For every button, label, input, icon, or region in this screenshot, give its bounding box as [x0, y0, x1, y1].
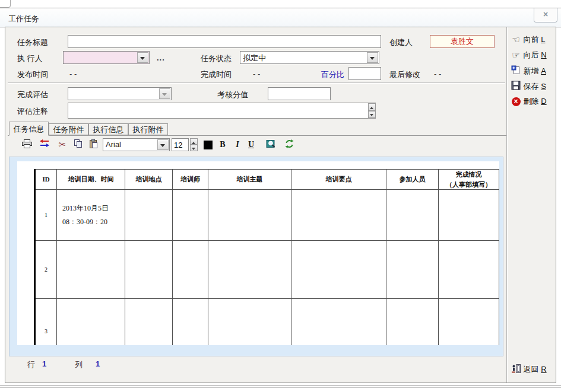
- table-cell[interactable]: [386, 299, 439, 346]
- font-color-icon: [204, 141, 213, 149]
- scroll-up-icon[interactable]: [368, 103, 376, 111]
- size-down-icon[interactable]: [190, 145, 198, 151]
- sidebar-button-delete[interactable]: × 删除 D: [511, 96, 554, 110]
- table-cell[interactable]: [208, 299, 291, 346]
- paste-icon[interactable]: [86, 139, 100, 152]
- table-cell[interactable]: [386, 190, 439, 241]
- scroll-down-icon[interactable]: [368, 111, 376, 119]
- hand-left-icon: ☜: [511, 34, 521, 45]
- row-id-cell[interactable]: 3: [35, 299, 57, 346]
- report-grid-area: ID培训日期、时间培训地点培训师培训主题培训要点参加人员完成情况（人事部填写）1…: [9, 157, 503, 356]
- task-status-combobox[interactable]: 拟定中: [240, 51, 379, 64]
- size-up-icon[interactable]: [190, 138, 198, 145]
- table-cell[interactable]: [57, 299, 125, 346]
- note-scroll-spinner[interactable]: [368, 103, 376, 118]
- table-cell[interactable]: [57, 241, 125, 299]
- sidebar-button-forward[interactable]: ☜ 向前 L: [511, 34, 554, 49]
- eval-combobox[interactable]: [68, 87, 172, 100]
- refresh-icon[interactable]: [282, 139, 296, 152]
- save-icon: [511, 81, 521, 92]
- table-cell[interactable]: [291, 299, 386, 346]
- task-status-label: 任务状态: [201, 53, 232, 64]
- percent-label: 百分比: [321, 69, 344, 80]
- eval-label: 完成评估: [17, 90, 48, 100]
- tab-strip: 任务信息任务附件执行信息执行附件: [8, 122, 506, 136]
- executor-label: 执 行人: [17, 53, 43, 64]
- executor-more-button[interactable]: ...: [157, 53, 165, 62]
- font-size-spinner[interactable]: [190, 138, 198, 151]
- close-icon: ×: [543, 9, 548, 19]
- task-status-dropdown-arrow-icon[interactable]: [367, 52, 378, 63]
- table-cell[interactable]: [125, 299, 173, 346]
- note-input[interactable]: [68, 103, 376, 119]
- table-row: 2: [35, 241, 499, 299]
- table-cell[interactable]: [439, 190, 499, 241]
- training-table: ID培训日期、时间培训地点培训师培训主题培训要点参加人员完成情况（人事部填写）1…: [34, 169, 499, 345]
- swap-arrows-icon[interactable]: [37, 139, 52, 152]
- italic-button[interactable]: I: [232, 139, 243, 151]
- dialog-client-area: 任务标题 创建人 袁胜文 执 行人 ... 任务状态 拟定中 发布时间 - - …: [5, 27, 556, 383]
- table-cell[interactable]: [386, 241, 439, 299]
- underline-button[interactable]: U: [245, 139, 257, 151]
- font-name-combobox[interactable]: Arial: [103, 138, 170, 151]
- table-cell[interactable]: [125, 241, 173, 299]
- table-cell[interactable]: [439, 299, 499, 346]
- tab-0[interactable]: 任务信息: [9, 122, 49, 136]
- sidebar-button-label: 新增 A: [521, 66, 546, 75]
- font-name-value: Arial: [106, 140, 157, 149]
- table-cell[interactable]: [208, 190, 291, 241]
- tab-1[interactable]: 任务附件: [49, 123, 88, 135]
- font-color-button[interactable]: [201, 139, 215, 152]
- table-cell[interactable]: [439, 241, 499, 299]
- task-title-input[interactable]: [68, 35, 381, 48]
- window-title: 工作任务: [8, 14, 39, 24]
- publish-time-label: 发布时间: [17, 69, 48, 80]
- last-modified-label: 最后修改: [389, 69, 420, 80]
- report-sheet[interactable]: ID培训日期、时间培训地点培训师培训主题培训要点参加人员完成情况（人事部填写）1…: [17, 161, 499, 345]
- font-name-dropdown-arrow-icon[interactable]: [157, 139, 169, 150]
- table-cell[interactable]: [208, 241, 291, 299]
- last-modified-value: - -: [434, 69, 441, 78]
- hand-right-icon: ☞: [511, 50, 521, 60]
- copy-icon[interactable]: [71, 139, 85, 152]
- row-id-cell[interactable]: 2: [35, 241, 57, 299]
- sidebar-button-label: 向前 L: [521, 35, 545, 44]
- tab-3[interactable]: 执行附件: [128, 123, 168, 135]
- sidebar-button-save[interactable]: 保存 S: [511, 81, 554, 95]
- row-id-cell[interactable]: 1: [35, 190, 57, 241]
- table-cell[interactable]: [291, 241, 386, 299]
- table-header-2: 培训地点: [125, 170, 173, 190]
- score-input[interactable]: [268, 87, 331, 100]
- bold-button[interactable]: B: [217, 139, 229, 151]
- table-cell[interactable]: [173, 241, 208, 299]
- executor-combobox[interactable]: [63, 51, 150, 64]
- table-header-3: 培训师: [173, 170, 208, 190]
- format-toolbar: ✂ Arial B I U: [8, 136, 506, 155]
- sidebar-button-return[interactable]: 返回 R: [511, 364, 554, 378]
- table-cell[interactable]: [173, 299, 208, 346]
- sidebar-button-backward[interactable]: ☞ 向后 N: [511, 50, 554, 64]
- eval-dropdown-arrow-icon: [159, 88, 170, 99]
- table-cell[interactable]: [125, 190, 173, 241]
- note-label: 评估注释: [17, 106, 48, 117]
- tab-2[interactable]: 执行信息: [88, 123, 128, 135]
- cut-icon[interactable]: ✂: [55, 139, 69, 152]
- action-sidebar: ☜ 向前 L☞ 向后 N 新增 A 保存 S× 删除 D 返回 R: [508, 27, 555, 383]
- table-header-7: 完成情况（人事部填写）: [439, 170, 499, 190]
- executor-dropdown-arrow-icon[interactable]: [137, 52, 148, 63]
- creator-name: 袁胜文: [451, 37, 474, 46]
- sidebar-button-new[interactable]: 新增 A: [511, 65, 554, 79]
- font-size-input[interactable]: [172, 138, 189, 151]
- complete-time-value: - -: [253, 69, 260, 78]
- preview-icon[interactable]: [264, 139, 278, 152]
- score-label: 考核分值: [217, 90, 248, 100]
- table-header-0: ID: [35, 170, 57, 190]
- close-button[interactable]: ×: [534, 8, 557, 23]
- table-cell[interactable]: [173, 190, 208, 241]
- title-bar: 工作任务 ×: [0, 8, 561, 28]
- table-cell[interactable]: [291, 190, 386, 241]
- table-cell[interactable]: 2013年10月5日08：30-09：20: [57, 190, 125, 241]
- print-icon[interactable]: [20, 139, 34, 152]
- table-header-1: 培训日期、时间: [57, 170, 125, 190]
- percent-input[interactable]: [348, 67, 381, 80]
